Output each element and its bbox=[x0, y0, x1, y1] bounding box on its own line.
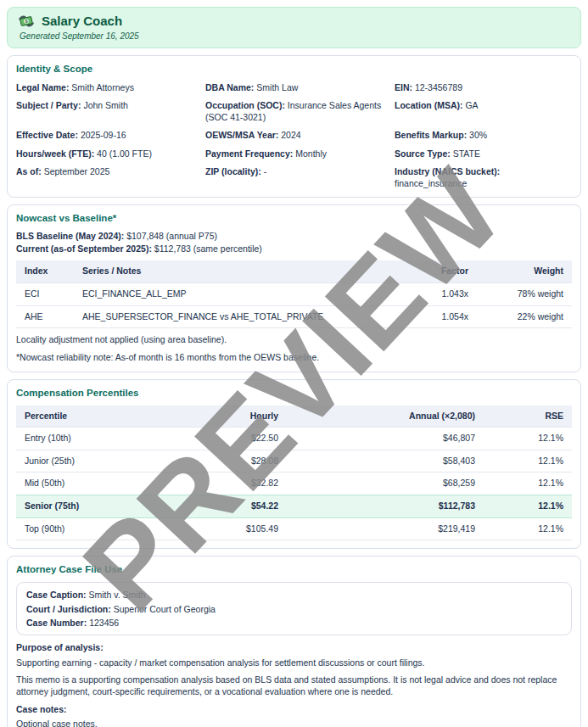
cell-hourly: $105.49 bbox=[187, 517, 287, 540]
cell-series: ECI_FINANCE_ALL_EMP bbox=[74, 283, 384, 306]
cell-hourly: $28.08 bbox=[187, 450, 287, 473]
cell-percentile: Entry (10th) bbox=[16, 428, 187, 450]
bls-baseline-line: BLS Baseline (May 2024): $107,848 (annua… bbox=[16, 231, 572, 243]
app-title: Salary Coach bbox=[42, 13, 122, 30]
field-label: OEWS/MSA Year: bbox=[205, 130, 278, 140]
identity-field: Source Type: STATE bbox=[395, 148, 572, 159]
identity-field: ZIP (locality): - bbox=[205, 165, 383, 189]
field-value: 2025-09-16 bbox=[81, 130, 126, 140]
percentile-row: Mid (50th) $32.82 $68,259 12.1% bbox=[16, 473, 572, 495]
percentiles-table: Percentile Hourly Annual (×2,080) RSE En… bbox=[16, 405, 572, 541]
percentile-row: Entry (10th) $22.50 $46,807 12.1% bbox=[16, 428, 572, 450]
case-field: Court / Jurisdiction: Superior Court of … bbox=[26, 602, 562, 616]
nowcast-header-row: Index Series / Notes Factor Weight bbox=[16, 260, 572, 282]
cell-hourly: $32.82 bbox=[187, 473, 287, 495]
field-value: Smith Attorneys bbox=[71, 82, 134, 92]
cell-annual: $112,783 bbox=[287, 495, 484, 518]
case-field: Case Number: 123456 bbox=[26, 616, 562, 629]
current-line: Current (as-of September 2025): $112,783… bbox=[16, 243, 572, 255]
identity-field: Legal Name: Smith Attorneys bbox=[16, 81, 193, 93]
col-header-factor: Factor bbox=[384, 260, 477, 282]
nowcast-title: Nowcast vs Baseline* bbox=[16, 212, 572, 225]
identity-field: Occupation (SOC): Insurance Sales Agents… bbox=[205, 99, 383, 123]
cell-percentile: Top (90th) bbox=[16, 517, 187, 540]
field-label: As of: bbox=[16, 166, 42, 176]
cell-factor: 1.054x bbox=[384, 305, 477, 328]
col-header-weight: Weight bbox=[477, 260, 572, 282]
field-label: Hours/week (FTE): bbox=[16, 148, 94, 159]
percentile-row: Top (90th) $105.49 $219,419 12.1% bbox=[16, 517, 572, 540]
identity-field: Hours/week (FTE): 40 (1.00 FTE) bbox=[16, 148, 193, 159]
current-label: Current (as-of September 2025): bbox=[16, 243, 152, 254]
salary-coach-report: $ Salary Coach Generated September 16, 2… bbox=[0, 7, 588, 727]
current-value: $112,783 (same percentile) bbox=[154, 243, 262, 254]
identity-field: Location (MSA): GA bbox=[395, 99, 572, 123]
cell-weight: 78% weight bbox=[477, 283, 572, 306]
attorney-case-section: Attorney Case File Use Case Caption: Smi… bbox=[7, 556, 581, 727]
field-value: John Smith bbox=[83, 100, 128, 110]
percentiles-title: Compensation Percentiles bbox=[16, 387, 572, 400]
cell-annual: $58,403 bbox=[287, 450, 484, 473]
case-field: Case Caption: Smith v. Smith bbox=[26, 588, 562, 601]
case-notes-text: Optional case notes. bbox=[16, 719, 572, 727]
identity-field: EIN: 12-3456789 bbox=[395, 81, 572, 93]
cell-rse: 12.1% bbox=[484, 473, 572, 495]
field-label: Industry (NAICS bucket): bbox=[395, 166, 500, 176]
locality-note: Locality adjustment not applied (using a… bbox=[16, 334, 572, 346]
field-label: Occupation (SOC): bbox=[205, 100, 285, 110]
field-label: Benefits Markup: bbox=[395, 130, 467, 140]
identity-field: DBA Name: Smith Law bbox=[205, 81, 383, 93]
cell-rse: 12.1% bbox=[484, 495, 572, 518]
col-header-percentile: Percentile bbox=[16, 405, 187, 428]
percentiles-header-row: Percentile Hourly Annual (×2,080) RSE bbox=[16, 405, 572, 428]
bls-baseline-value: $107,848 (annual P75) bbox=[126, 231, 217, 241]
col-header-hourly: Hourly bbox=[187, 405, 287, 428]
purpose-text: Supporting earning - capacity / market c… bbox=[16, 657, 572, 669]
identity-field: Payment Frequency: Monthly bbox=[205, 148, 383, 159]
field-value: 12-3456789 bbox=[415, 82, 462, 92]
identity-scope-section: Identity & Scope Legal Name: Smith Attor… bbox=[7, 55, 581, 198]
cell-series: AHE_SUPERSECTOR_FINANCE vs AHE_TOTAL_PRI… bbox=[74, 305, 384, 328]
cell-rse: 12.1% bbox=[484, 517, 572, 540]
col-header-series: Series / Notes bbox=[74, 260, 384, 282]
cell-percentile: Mid (50th) bbox=[16, 473, 187, 495]
field-label: Payment Frequency: bbox=[205, 148, 293, 159]
field-value: September 2025 bbox=[44, 166, 110, 176]
identity-field: Benefits Markup: 30% bbox=[395, 129, 572, 141]
cell-annual: $46,807 bbox=[287, 428, 484, 450]
field-value: 40 (1.00 FTE) bbox=[97, 148, 152, 159]
cell-weight: 22% weight bbox=[477, 305, 572, 328]
identity-scope-title: Identity & Scope bbox=[16, 63, 572, 75]
attorney-title: Attorney Case File Use bbox=[16, 563, 572, 576]
col-header-annual: Annual (×2,080) bbox=[287, 405, 484, 428]
cell-index: AHE bbox=[16, 305, 74, 328]
report-header: $ Salary Coach Generated September 16, 2… bbox=[7, 7, 581, 48]
field-value: Smith Law bbox=[256, 82, 298, 92]
cell-hourly: $22.50 bbox=[187, 428, 287, 450]
field-label: Location (MSA): bbox=[395, 100, 463, 110]
money-with-wings-icon: $ bbox=[18, 13, 35, 30]
case-field-value: Superior Court of Georgia bbox=[114, 604, 216, 614]
compensation-percentiles-section: Compensation Percentiles Percentile Hour… bbox=[7, 379, 581, 550]
identity-field: Effective Date: 2025-09-16 bbox=[16, 129, 193, 141]
field-value: 30% bbox=[469, 130, 487, 140]
field-label: Source Type: bbox=[395, 148, 451, 159]
field-value: - bbox=[264, 166, 267, 176]
identity-field: OEWS/MSA Year: 2024 bbox=[205, 129, 383, 141]
nowcast-table: Index Series / Notes Factor Weight ECI E… bbox=[16, 260, 572, 328]
bls-baseline-label: BLS Baseline (May 2024): bbox=[16, 231, 124, 241]
cell-annual: $68,259 bbox=[287, 473, 484, 495]
case-field-value: Smith v. Smith bbox=[89, 590, 146, 600]
generated-date: Generated September 16, 2025 bbox=[20, 31, 570, 42]
case-notes-label: Case notes: bbox=[16, 704, 572, 716]
cell-percentile: Junior (25th) bbox=[16, 450, 187, 473]
field-value: Monthly bbox=[295, 148, 327, 159]
col-header-rse: RSE bbox=[484, 405, 572, 428]
identity-fields-grid: Legal Name: Smith Attorneys DBA Name: Sm… bbox=[16, 81, 572, 189]
case-field-label: Case Caption: bbox=[26, 590, 87, 600]
field-value: 2024 bbox=[281, 130, 300, 140]
disclaimer-text: This memo is a supporting compensation a… bbox=[16, 674, 572, 697]
case-field-label: Court / Jurisdiction: bbox=[26, 604, 111, 614]
percentile-row: Junior (25th) $28.08 $58,403 12.1% bbox=[16, 450, 572, 473]
cell-annual: $219,419 bbox=[287, 517, 484, 540]
